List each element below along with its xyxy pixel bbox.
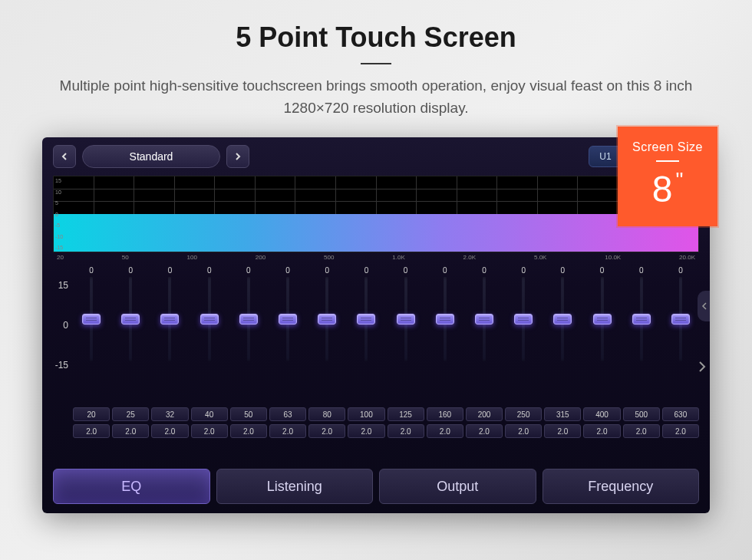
fc-value[interactable]: 25 (112, 407, 149, 421)
fc-value[interactable]: 20 (73, 407, 110, 421)
q-value[interactable]: 2.0 (230, 424, 267, 438)
band-value: 0 (521, 266, 526, 277)
spectrum-x-tick: 1.0K (392, 254, 404, 261)
page-title: 5 Point Touch Screen (0, 0, 752, 54)
slider-thumb[interactable] (279, 314, 297, 324)
slider-thumb[interactable] (397, 314, 415, 324)
fc-value[interactable]: 100 (348, 407, 384, 421)
q-value[interactable]: 2.0 (151, 424, 188, 438)
slider-thumb[interactable] (357, 314, 375, 324)
fc-value[interactable]: 250 (505, 407, 542, 421)
fc-value[interactable]: 32 (151, 407, 188, 421)
fc-value[interactable]: 160 (427, 407, 463, 421)
eq-band: 0 (623, 266, 660, 404)
spectrum-y-tick: -10 (55, 234, 63, 239)
bottom-tabs: EQListeningOutputFrequency (53, 469, 699, 504)
slider-thumb[interactable] (553, 314, 572, 324)
q-value[interactable]: 2.0 (505, 424, 542, 438)
eq-slider[interactable] (505, 277, 542, 361)
q-value[interactable]: 2.0 (427, 424, 463, 438)
eq-slider[interactable] (230, 277, 267, 361)
eq-slider[interactable] (583, 277, 620, 361)
slider-thumb[interactable] (200, 314, 219, 324)
slider-thumb[interactable] (475, 314, 493, 324)
q-value[interactable]: 2.0 (191, 424, 228, 438)
eq-slider[interactable] (623, 277, 660, 361)
q-value[interactable]: 2.0 (308, 424, 345, 438)
spectrum-fill (54, 214, 698, 252)
spectrum-x-tick: 50 (122, 254, 129, 261)
fc-value[interactable]: 125 (388, 407, 424, 421)
q-value[interactable]: 2.0 (623, 424, 660, 438)
eq-slider[interactable] (151, 277, 188, 361)
tab-frequency[interactable]: Frequency (543, 469, 700, 504)
tab-eq[interactable]: EQ (53, 469, 210, 504)
q-value[interactable]: 2.0 (112, 424, 149, 438)
spectrum-y-tick: 0 (55, 212, 63, 217)
q-value[interactable]: 2.0 (73, 424, 110, 438)
fc-value[interactable]: 80 (308, 407, 345, 421)
q-value[interactable]: 2.0 (388, 424, 424, 438)
fc-value[interactable]: 63 (269, 407, 306, 421)
next-page-button[interactable] (698, 360, 707, 377)
eq-slider[interactable] (544, 277, 581, 361)
eq-slider[interactable] (662, 277, 699, 361)
q-value[interactable]: 2.0 (662, 424, 699, 438)
chevron-left-icon (701, 301, 707, 311)
fc-value[interactable]: 630 (662, 407, 699, 421)
band-value: 0 (207, 266, 212, 277)
slider-thumb[interactable] (318, 314, 336, 324)
tab-output[interactable]: Output (379, 469, 536, 504)
fc-value[interactable]: 400 (583, 407, 620, 421)
title-underline (361, 63, 391, 64)
fc-value[interactable]: 40 (191, 407, 228, 421)
q-value[interactable]: 2.0 (466, 424, 503, 438)
chevron-left-icon (61, 153, 68, 160)
slider-thumb[interactable] (514, 314, 533, 324)
eq-slider[interactable] (466, 277, 503, 361)
band-value: 0 (168, 266, 173, 277)
fc-value[interactable]: 500 (623, 407, 660, 421)
screen-size-badge: Screen Size 8" (618, 127, 717, 226)
eq-slider[interactable] (308, 277, 345, 361)
eq-band: 0 (388, 266, 424, 404)
eq-slider[interactable] (269, 277, 306, 361)
slider-thumb[interactable] (121, 314, 140, 324)
band-value: 0 (89, 266, 94, 277)
slider-thumb[interactable] (632, 314, 651, 324)
eq-slider[interactable] (427, 277, 463, 361)
q-value[interactable]: 2.0 (544, 424, 581, 438)
slider-thumb[interactable] (239, 314, 258, 324)
spectrum-x-tick: 20 (57, 254, 64, 261)
eq-slider[interactable] (388, 277, 424, 361)
side-expand-button[interactable] (698, 291, 710, 321)
slider-thumb[interactable] (671, 314, 690, 324)
preset-name[interactable]: Standard (82, 145, 220, 168)
eq-slider[interactable] (348, 277, 384, 361)
eq-band: 0 (269, 266, 306, 404)
eq-slider[interactable] (112, 277, 149, 361)
tab-listening[interactable]: Listening (216, 469, 374, 504)
preset-prev-button[interactable] (53, 145, 76, 168)
eq-y-label: 15 (50, 280, 68, 291)
slider-thumb[interactable] (160, 314, 179, 324)
q-value[interactable]: 2.0 (583, 424, 620, 438)
fc-value[interactable]: 50 (230, 407, 267, 421)
badge-value: 8 (652, 168, 673, 210)
eq-slider[interactable] (191, 277, 228, 361)
eq-sliders-area: 15 0 -15 0000000000000000 (73, 266, 699, 404)
eq-slider[interactable] (73, 277, 110, 361)
preset-next-button[interactable] (226, 145, 249, 168)
fc-value[interactable]: 200 (466, 407, 503, 421)
band-value: 0 (404, 266, 408, 277)
slider-thumb[interactable] (82, 314, 101, 324)
q-value[interactable]: 2.0 (348, 424, 384, 438)
slider-thumb[interactable] (436, 314, 454, 324)
eq-band: 0 (662, 266, 699, 404)
fc-value[interactable]: 315 (544, 407, 581, 421)
eq-band: 0 (112, 266, 149, 404)
eq-band: 0 (505, 266, 542, 404)
slider-thumb[interactable] (593, 314, 612, 324)
band-value: 0 (443, 266, 447, 277)
q-value[interactable]: 2.0 (269, 424, 306, 438)
